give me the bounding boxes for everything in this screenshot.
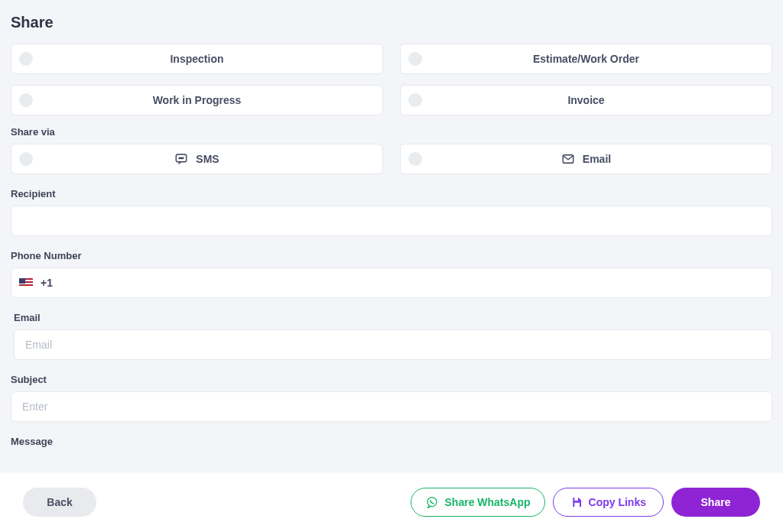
footer-bar: Back Share WhatsApp Copy Links — [0, 472, 783, 532]
radio-icon — [19, 93, 33, 107]
radio-icon — [408, 52, 422, 66]
doc-option-wip[interactable]: Work in Progress — [11, 85, 383, 115]
doc-options-row-1: Inspection Estimate/Work Order — [11, 44, 772, 74]
phone-field-wrap[interactable]: +1 — [11, 268, 772, 298]
page-title: Share — [11, 14, 772, 31]
email-label: Email — [14, 312, 772, 323]
share-button[interactable]: Share — [671, 488, 760, 517]
doc-option-estimate[interactable]: Estimate/Work Order — [400, 44, 772, 74]
save-icon — [570, 496, 583, 508]
email-input[interactable] — [14, 329, 772, 360]
radio-icon — [19, 152, 33, 166]
radio-icon — [408, 93, 422, 107]
share-via-option-label: Email — [583, 153, 611, 165]
svg-point-1 — [179, 157, 180, 158]
share-whatsapp-button[interactable]: Share WhatsApp — [411, 488, 545, 517]
phone-label: Phone Number — [11, 250, 772, 261]
doc-option-label: Inspection — [170, 53, 223, 65]
doc-option-label: Work in Progress — [153, 94, 242, 106]
share-via-option-label: SMS — [196, 153, 219, 165]
svg-rect-7 — [574, 503, 580, 507]
doc-option-label: Estimate/Work Order — [533, 53, 639, 65]
phone-input[interactable] — [60, 268, 764, 297]
doc-option-inspection[interactable]: Inspection — [11, 44, 383, 74]
svg-point-2 — [181, 157, 182, 158]
radio-icon — [408, 152, 422, 166]
content-area: Share Inspection Estimate/Work Order Wor… — [0, 0, 783, 472]
share-via-sms[interactable]: SMS — [11, 144, 383, 174]
sms-icon — [174, 152, 188, 166]
doc-options-row-2: Work in Progress Invoice — [11, 85, 772, 115]
copy-links-button[interactable]: Copy Links — [553, 488, 664, 517]
recipient-label: Recipient — [11, 188, 772, 200]
svg-point-3 — [183, 157, 184, 158]
back-button[interactable]: Back — [23, 488, 96, 517]
radio-icon — [19, 52, 33, 66]
message-label: Message — [11, 436, 772, 447]
svg-rect-6 — [574, 498, 578, 501]
mail-icon — [561, 152, 575, 166]
subject-label: Subject — [11, 374, 772, 385]
share-via-row: SMS Email — [11, 144, 772, 174]
share-via-label: Share via — [11, 126, 772, 138]
recipient-input[interactable] — [11, 206, 772, 236]
share-via-email[interactable]: Email — [400, 144, 772, 174]
svg-point-5 — [427, 498, 437, 507]
doc-option-label: Invoice — [567, 94, 604, 106]
whatsapp-icon — [425, 495, 439, 509]
phone-prefix: +1 — [41, 277, 53, 289]
subject-input[interactable] — [11, 391, 772, 422]
flag-us-icon — [19, 278, 33, 287]
doc-option-invoice[interactable]: Invoice — [400, 85, 772, 115]
share-dialog: Share Inspection Estimate/Work Order Wor… — [0, 0, 783, 532]
